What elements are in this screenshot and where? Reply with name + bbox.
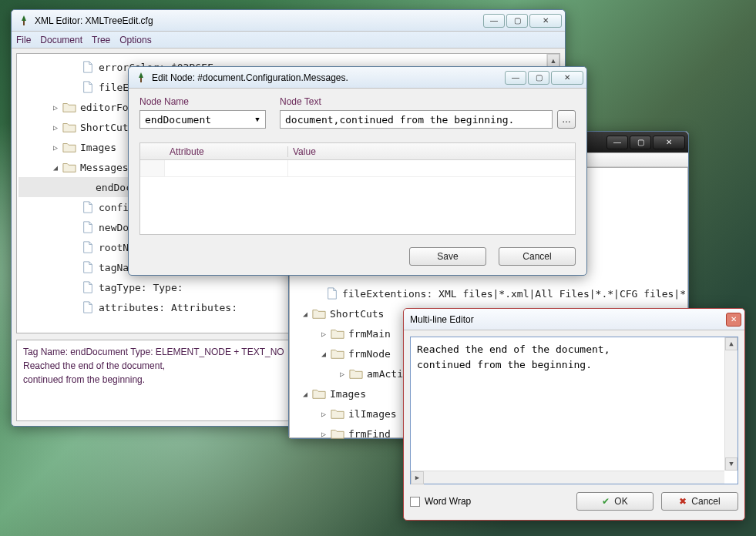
tree-label: attributes: Attributes: bbox=[99, 302, 237, 313]
expand-text-button[interactable]: … bbox=[557, 110, 576, 129]
expander-icon[interactable]: ▷ bbox=[319, 409, 328, 418]
chevron-down-icon[interactable]: ▼ bbox=[251, 112, 264, 126]
svg-marker-0 bbox=[22, 15, 26, 21]
attr-header: Attribute bbox=[165, 146, 288, 157]
expander-icon[interactable]: ▷ bbox=[319, 429, 328, 438]
edit-titlebar[interactable]: Edit Node: #document.Configuration.Messa… bbox=[129, 67, 586, 89]
expander-icon[interactable]: ▷ bbox=[51, 142, 60, 152]
menu-options[interactable]: Options bbox=[119, 35, 151, 45]
expander-icon[interactable] bbox=[69, 183, 79, 192]
file-icon bbox=[80, 80, 96, 94]
second-close-button[interactable]: ✕ bbox=[653, 136, 685, 149]
node-name-value: endDocument bbox=[145, 114, 211, 126]
check-icon: ✔ bbox=[602, 496, 610, 507]
save-button[interactable]: Save bbox=[409, 247, 486, 266]
edit-title: Edit Node: #document.Configuration.Messa… bbox=[152, 72, 505, 83]
expander-icon[interactable] bbox=[69, 203, 79, 212]
tree-label: tagType: Type: bbox=[99, 282, 183, 293]
node-text-input[interactable]: document,continued from the beginning. bbox=[280, 110, 553, 129]
value-header: Value bbox=[288, 146, 575, 157]
file-icon bbox=[80, 220, 96, 234]
expander-icon[interactable]: ◢ bbox=[301, 309, 310, 318]
tree-label: ilImages bbox=[348, 408, 397, 420]
tree-label: Images bbox=[80, 142, 116, 153]
node-name-combo[interactable]: endDocument ▼ bbox=[139, 110, 266, 129]
expander-icon[interactable]: ◢ bbox=[51, 162, 60, 172]
edit-close-button[interactable]: ✕ bbox=[551, 71, 583, 85]
folder-icon bbox=[62, 100, 77, 114]
folder-icon bbox=[62, 120, 77, 134]
tree-row[interactable]: fileExtentions: XML files|*.xml|All File… bbox=[291, 283, 686, 303]
expander-icon[interactable] bbox=[69, 303, 79, 312]
folder-icon bbox=[311, 307, 327, 320]
tree-label: Messages bbox=[80, 162, 129, 173]
expander-icon[interactable]: ▷ bbox=[338, 369, 347, 378]
mle-close-button[interactable]: ✕ bbox=[726, 313, 741, 327]
expander-icon[interactable] bbox=[69, 223, 79, 232]
cancel-button[interactable]: Cancel bbox=[499, 247, 576, 266]
folder-icon bbox=[62, 160, 77, 174]
mle-cancel-button[interactable]: ✖ Cancel bbox=[661, 492, 738, 511]
minimize-button[interactable]: — bbox=[483, 14, 505, 28]
scroll-up[interactable]: ▲ bbox=[547, 54, 559, 67]
menu-tree[interactable]: Tree bbox=[92, 35, 110, 45]
expander-icon[interactable]: ◢ bbox=[319, 349, 328, 358]
main-titlebar[interactable]: XML Editor: XMLTreeEdit.cfg — ▢ ✕ bbox=[12, 10, 565, 32]
folder-icon bbox=[330, 327, 345, 340]
mle-scroll-right[interactable]: ▶ bbox=[411, 471, 424, 484]
expander-icon[interactable]: ◢ bbox=[301, 389, 310, 398]
expander-icon[interactable] bbox=[69, 243, 79, 252]
mle-textarea[interactable]: Reached the end of the document, continu… bbox=[410, 337, 738, 484]
second-minimize-button[interactable]: — bbox=[606, 136, 628, 149]
expander-icon[interactable] bbox=[69, 263, 79, 272]
tree-label: frmNode bbox=[348, 348, 391, 360]
menu-file[interactable]: File bbox=[16, 35, 31, 45]
app-icon bbox=[18, 15, 30, 27]
maximize-button[interactable]: ▢ bbox=[506, 14, 528, 28]
folder-icon bbox=[330, 427, 345, 441]
node-text-label: Node Text bbox=[280, 96, 576, 107]
edit-app-icon bbox=[135, 72, 147, 84]
close-button[interactable]: ✕ bbox=[529, 14, 562, 28]
mle-line-2: continued from the beginning. bbox=[417, 357, 731, 373]
expander-icon[interactable] bbox=[69, 82, 79, 92]
file-icon bbox=[325, 286, 339, 300]
file-icon bbox=[80, 300, 96, 314]
edit-maximize-button[interactable]: ▢ bbox=[528, 71, 549, 85]
file-icon bbox=[80, 280, 96, 294]
svg-marker-2 bbox=[139, 72, 143, 78]
mle-scroll-up[interactable]: ▲ bbox=[725, 337, 738, 350]
wordwrap-checkbox[interactable]: Word Wrap bbox=[410, 496, 471, 507]
mle-titlebar[interactable]: Multi-line Editor ✕ bbox=[404, 309, 744, 330]
main-title: XML Editor: XMLTreeEdit.cfg bbox=[35, 15, 483, 26]
ok-button[interactable]: ✔ OK bbox=[576, 492, 654, 511]
edit-node-dialog: Edit Node: #document.Configuration.Messa… bbox=[128, 66, 587, 276]
multiline-editor-dialog: Multi-line Editor ✕ Reached the end of t… bbox=[403, 308, 745, 521]
wordwrap-label: Word Wrap bbox=[425, 496, 471, 507]
file-icon bbox=[80, 260, 96, 274]
mle-scroll-down[interactable]: ▼ bbox=[725, 457, 738, 471]
expander-icon[interactable]: ▷ bbox=[319, 329, 328, 338]
folder-icon bbox=[311, 387, 327, 400]
mle-scroll-v[interactable]: ▲ ▼ bbox=[724, 337, 738, 471]
expander-icon[interactable]: ▷ bbox=[51, 122, 60, 132]
expander-icon[interactable]: ▷ bbox=[51, 102, 60, 112]
attribute-grid[interactable]: Attribute Value bbox=[139, 142, 576, 235]
checkbox-icon bbox=[410, 497, 420, 507]
attr-row[interactable] bbox=[140, 160, 575, 177]
tree-label: ShortCuts bbox=[330, 308, 384, 320]
expander-icon[interactable] bbox=[69, 62, 79, 72]
edit-minimize-button[interactable]: — bbox=[505, 71, 526, 85]
mle-title: Multi-line Editor bbox=[410, 314, 726, 325]
mle-scroll-h[interactable]: ◀ ▶ bbox=[411, 471, 724, 484]
tree-label: frmFind bbox=[348, 428, 391, 440]
node-text-value: document,continued from the beginning. bbox=[285, 114, 514, 126]
folder-icon bbox=[330, 347, 345, 360]
expander-icon[interactable] bbox=[319, 289, 324, 298]
second-maximize-button[interactable]: ▢ bbox=[630, 136, 651, 149]
menu-document[interactable]: Document bbox=[40, 35, 82, 45]
tree-label: ShortCuts bbox=[80, 122, 134, 133]
node-name-label: Node Name bbox=[139, 96, 266, 107]
expander-icon[interactable] bbox=[69, 283, 79, 292]
mle-line-1: Reached the end of the document, bbox=[417, 342, 731, 357]
